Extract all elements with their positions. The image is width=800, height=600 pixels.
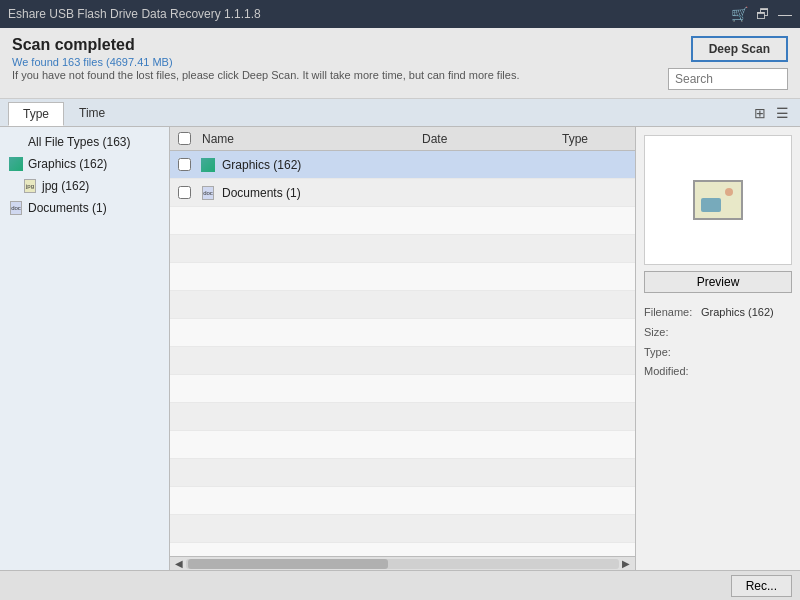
grid-view-button[interactable]: ⊞ (751, 103, 769, 123)
file-icon-documents: doc (198, 186, 218, 200)
meta-filename-row: Filename: Graphics (162) (644, 303, 792, 323)
file-row-empty (170, 431, 635, 459)
hint-text: If you have not found the lost files, pl… (12, 69, 519, 81)
tree-item-all-label: All File Types (163) (28, 135, 131, 149)
minimize-icon[interactable]: — (778, 7, 792, 21)
file-row[interactable]: Graphics (162) (170, 151, 635, 179)
select-all-checkbox[interactable] (178, 132, 191, 145)
file-row-empty (170, 403, 635, 431)
file-row-empty (170, 263, 635, 291)
tree-item-graphics[interactable]: Graphics (162) (0, 153, 169, 175)
col-date-header: Date (418, 132, 558, 146)
file-name-documents: Documents (1) (218, 186, 415, 200)
status-area: Scan completed We found 163 files (4697.… (12, 36, 519, 81)
meta-type-row: Type: (644, 343, 792, 363)
scroll-right-arrow[interactable]: ▶ (619, 557, 633, 571)
meta-modified-row: Modified: (644, 362, 792, 382)
scan-title: Scan completed (12, 36, 519, 54)
file-name-graphics: Graphics (162) (218, 158, 415, 172)
right-panel: Preview Filename: Graphics (162) Size: T… (635, 127, 800, 570)
file-icon-graphics (198, 158, 218, 172)
scroll-thumb[interactable] (188, 559, 388, 569)
preview-image-area (644, 135, 792, 265)
header-right: Deep Scan (668, 36, 788, 90)
file-row-empty (170, 319, 635, 347)
header: Scan completed We found 163 files (4697.… (0, 28, 800, 99)
row-check-documents (170, 186, 198, 199)
tab-type[interactable]: Type (8, 102, 64, 126)
file-checkbox-documents[interactable] (178, 186, 191, 199)
file-row[interactable]: doc Documents (1) (170, 179, 635, 207)
tree-item-jpg[interactable]: jpg jpg (162) (0, 175, 169, 197)
restore-icon[interactable]: 🗗 (756, 7, 770, 21)
horizontal-scrollbar[interactable]: ◀ ▶ (170, 556, 635, 570)
app-title: Eshare USB Flash Drive Data Recovery 1.1… (8, 7, 261, 21)
preview-image (693, 180, 743, 220)
list-view-button[interactable]: ☰ (773, 103, 792, 123)
graphics-folder-icon (8, 156, 24, 172)
file-row-empty (170, 487, 635, 515)
file-row-empty (170, 515, 635, 543)
row-check-graphics (170, 158, 198, 171)
file-row-empty (170, 291, 635, 319)
tab-time[interactable]: Time (64, 101, 120, 125)
file-row-empty (170, 235, 635, 263)
tree-item-documents-label: Documents (1) (28, 201, 107, 215)
recover-button[interactable]: Rec... (731, 575, 792, 597)
center-panel: Name Date Type Graphics (162) (170, 127, 635, 570)
tabs-left: Type Time (8, 101, 120, 125)
file-metadata: Filename: Graphics (162) Size: Type: Mod… (644, 303, 792, 382)
type-label: Type: (644, 343, 699, 363)
all-files-icon (8, 134, 24, 150)
size-label: Size: (644, 323, 699, 343)
file-row-empty (170, 347, 635, 375)
bottom-bar: Rec... (0, 570, 800, 600)
col-name-header: Name (198, 132, 418, 146)
left-panel: All File Types (163) Graphics (162) jpg … (0, 127, 170, 570)
title-bar: Eshare USB Flash Drive Data Recovery 1.1… (0, 0, 800, 28)
main-content: All File Types (163) Graphics (162) jpg … (0, 127, 800, 570)
cart-icon[interactable]: 🛒 (731, 7, 748, 21)
view-icons: ⊞ ☰ (751, 103, 792, 123)
meta-size-row: Size: (644, 323, 792, 343)
file-row-empty (170, 207, 635, 235)
file-row-empty (170, 375, 635, 403)
image-frame (693, 180, 743, 220)
found-text: We found 163 files (4697.41 MB) (12, 56, 519, 68)
header-check (170, 132, 198, 145)
tree-item-graphics-label: Graphics (162) (28, 157, 107, 171)
tree-item-documents[interactable]: doc Documents (1) (0, 197, 169, 219)
file-checkbox-graphics[interactable] (178, 158, 191, 171)
window-controls: 🛒 🗗 — (731, 7, 792, 21)
filename-label: Filename: (644, 303, 699, 323)
file-list: Graphics (162) doc Documents (1) (170, 151, 635, 556)
scroll-left-arrow[interactable]: ◀ (172, 557, 186, 571)
file-row-empty (170, 543, 635, 556)
tabs-bar: Type Time ⊞ ☰ (0, 99, 800, 127)
column-header: Name Date Type (170, 127, 635, 151)
filename-value: Graphics (162) (701, 303, 774, 323)
deep-scan-button[interactable]: Deep Scan (691, 36, 788, 62)
tree-item-all[interactable]: All File Types (163) (0, 131, 169, 153)
preview-button[interactable]: Preview (644, 271, 792, 293)
scroll-track[interactable] (186, 559, 619, 569)
jpg-icon: jpg (22, 178, 38, 194)
file-row-empty (170, 459, 635, 487)
search-input[interactable] (668, 68, 788, 90)
col-type-header: Type (558, 132, 635, 146)
modified-label: Modified: (644, 362, 699, 382)
documents-icon: doc (8, 200, 24, 216)
tree-item-jpg-label: jpg (162) (42, 179, 89, 193)
